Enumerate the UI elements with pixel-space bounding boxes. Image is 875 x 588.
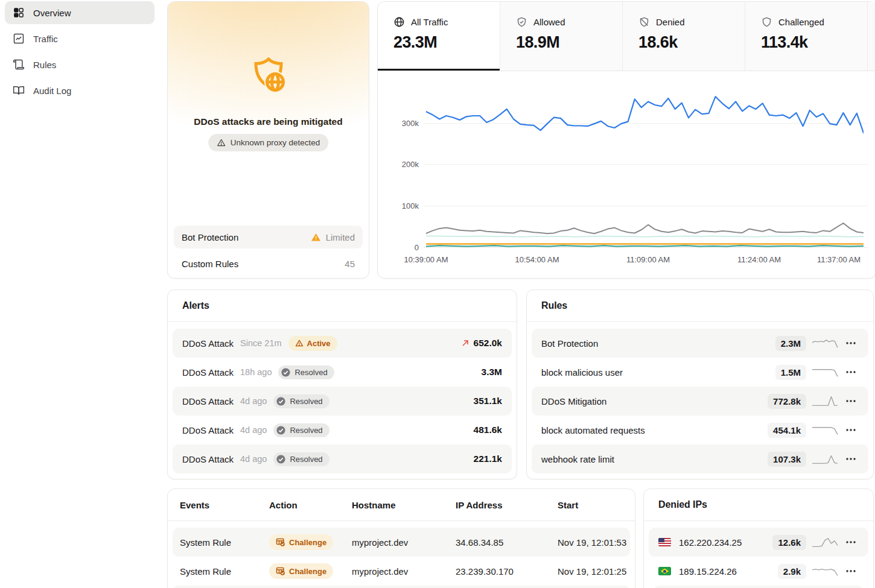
globe-icon bbox=[393, 16, 405, 28]
rule-menu-button[interactable] bbox=[843, 422, 859, 438]
column-header-action: Action bbox=[269, 500, 352, 510]
action-badge-challenge: Challenge bbox=[269, 563, 333, 579]
table-row[interactable]: System Rule Challenge myproject.dev 34.6… bbox=[173, 528, 630, 557]
rule-row[interactable]: block malicious user 1.5M bbox=[532, 358, 868, 387]
proxy-warning-badge: Unknown proxy detected bbox=[208, 134, 329, 151]
denied-ip-row[interactable]: 189.15.224.26 2.9k bbox=[649, 557, 868, 586]
alert-count: 3.3M bbox=[482, 367, 502, 378]
alert-row[interactable]: DDoS Attack 4d ago Resolved 221.1k bbox=[173, 444, 512, 473]
grid-icon bbox=[13, 7, 25, 19]
event-hostname: myproject.dev bbox=[352, 537, 456, 548]
column-header-hostname: Hostname bbox=[352, 500, 456, 510]
rule-sparkline bbox=[811, 337, 839, 350]
rule-menu-button[interactable] bbox=[843, 393, 859, 409]
rule-row[interactable]: block automated requests 454.1k bbox=[532, 416, 868, 444]
rule-menu-button[interactable] bbox=[843, 335, 859, 351]
rule-sparkline bbox=[811, 394, 839, 408]
shield-icon bbox=[761, 16, 772, 28]
alert-time: Since 21m bbox=[240, 338, 282, 348]
tab-value: 113.4k bbox=[761, 33, 851, 52]
alert-name: DDoS Attack bbox=[182, 425, 234, 435]
status-badge-active: Active bbox=[288, 336, 337, 351]
alert-row[interactable]: DDoS Attack 18h ago Resolved 3.3M bbox=[173, 358, 512, 387]
alert-row[interactable]: DDoS Attack 4d ago Resolved 481.6k bbox=[173, 416, 512, 444]
denied-ip-row[interactable]: 162.220.234.25 12.6k bbox=[649, 528, 868, 557]
list-item[interactable] bbox=[654, 586, 864, 588]
rule-name: Bot Protection bbox=[541, 338, 598, 349]
custom-rules-row[interactable]: Custom Rules 45 bbox=[174, 252, 363, 275]
shield-globe-icon bbox=[245, 54, 292, 101]
denied-ip-address: 189.15.224.26 bbox=[679, 566, 737, 577]
tab-value: 23.3M bbox=[393, 33, 484, 52]
us-flag-icon bbox=[658, 538, 671, 546]
bot-protection-label: Bot Protection bbox=[182, 232, 238, 242]
check-circle-icon bbox=[276, 396, 286, 406]
tab-label: Challenged bbox=[778, 17, 824, 27]
rule-row[interactable]: DDoS Mitigation 772.8k bbox=[532, 387, 868, 416]
denied-ip-sparkline bbox=[811, 536, 839, 549]
events-list: System Rule Challenge myproject.dev 34.6… bbox=[168, 521, 635, 588]
bot-protection-row[interactable]: Bot Protection Limited bbox=[174, 226, 363, 248]
rule-menu-button[interactable] bbox=[843, 364, 859, 380]
tab-partial bbox=[868, 2, 875, 71]
ddos-status-card: DDoS attacks are being mitigated Unknown… bbox=[167, 1, 369, 279]
tab-all-traffic[interactable]: All Traffic 23.3M bbox=[378, 2, 500, 71]
alerts-list: DDoS Attack Since 21m Active 652.0k bbox=[168, 322, 517, 473]
captcha-check-icon bbox=[276, 537, 285, 547]
alerts-panel: Alerts DDoS Attack Since 21m Active 652.… bbox=[167, 289, 517, 479]
book-open-icon bbox=[13, 84, 25, 96]
sidebar-item-audit-log[interactable]: Audit Log bbox=[5, 79, 154, 102]
alert-row[interactable]: DDoS Attack 4d ago Resolved 351.1k bbox=[173, 387, 512, 416]
tab-denied[interactable]: Denied 18.6k bbox=[623, 2, 745, 71]
bot-protection-value: Limited bbox=[311, 232, 355, 242]
tab-allowed[interactable]: Allowed 18.9M bbox=[500, 2, 623, 71]
chart-line-blue bbox=[426, 96, 864, 133]
denied-ip-sparkline bbox=[811, 564, 839, 578]
alert-time: 4d ago bbox=[240, 396, 267, 406]
rules-list: Bot Protection 2.3M block malicious user… bbox=[527, 322, 873, 473]
rules-title: Rules bbox=[527, 290, 873, 322]
chart-line-teal bbox=[426, 245, 864, 246]
x-axis-tick: 10:54:00 AM bbox=[515, 255, 559, 264]
y-axis-tick: 300k bbox=[387, 119, 419, 128]
rule-menu-button[interactable] bbox=[843, 451, 859, 467]
sidebar-item-label: Overview bbox=[33, 8, 71, 18]
br-flag-icon bbox=[658, 567, 671, 575]
check-circle-icon bbox=[276, 425, 286, 435]
sidebar-item-overview[interactable]: Overview bbox=[5, 1, 154, 24]
alert-name: DDoS Attack bbox=[182, 338, 234, 349]
rule-sparkline bbox=[811, 452, 839, 466]
table-row[interactable] bbox=[173, 586, 630, 588]
check-circle-icon bbox=[276, 454, 286, 464]
scroll-icon bbox=[13, 58, 25, 71]
sidebar-item-rules[interactable]: Rules bbox=[5, 53, 154, 76]
rule-row[interactable]: Bot Protection 2.3M bbox=[532, 329, 868, 358]
table-row[interactable]: System Rule Challenge myproject.dev 23.2… bbox=[173, 557, 630, 586]
warning-icon bbox=[295, 339, 304, 347]
rule-row[interactable]: webhook rate limit 107.3k bbox=[532, 444, 868, 473]
denied-ip-count: 2.9k bbox=[778, 564, 806, 579]
rule-count: 107.3k bbox=[768, 452, 806, 467]
custom-rules-count: 45 bbox=[345, 259, 355, 269]
sidebar: Overview Traffic Rules Audit Log bbox=[0, 0, 159, 103]
check-circle-icon bbox=[281, 367, 291, 378]
line-chart-icon bbox=[13, 33, 25, 45]
custom-rules-label: Custom Rules bbox=[182, 259, 238, 269]
status-hero: DDoS attacks are being mitigated Unknown… bbox=[168, 2, 369, 153]
status-badge-resolved: Resolved bbox=[278, 365, 334, 379]
proxy-warning-label: Unknown proxy detected bbox=[231, 138, 320, 147]
alert-name: DDoS Attack bbox=[182, 396, 234, 406]
y-axis-tick: 100k bbox=[387, 201, 419, 210]
sidebar-item-traffic[interactable]: Traffic bbox=[5, 27, 154, 50]
security-dashboard: Overview Traffic Rules Audit Log bbox=[0, 0, 875, 588]
status-badge-resolved: Resolved bbox=[273, 394, 329, 408]
events-panel: Events Action Hostname IP Address Start … bbox=[167, 488, 635, 588]
chart-line-gray bbox=[426, 223, 864, 233]
denied-ip-menu-button[interactable] bbox=[843, 563, 859, 579]
alert-row[interactable]: DDoS Attack Since 21m Active 652.0k bbox=[173, 329, 512, 358]
arrow-up-right-icon bbox=[460, 338, 470, 348]
rule-name: webhook rate limit bbox=[541, 454, 614, 464]
tab-challenged[interactable]: Challenged 113.4k bbox=[745, 2, 868, 71]
denied-ip-menu-button[interactable] bbox=[843, 534, 859, 550]
alert-name: DDoS Attack bbox=[182, 367, 234, 378]
